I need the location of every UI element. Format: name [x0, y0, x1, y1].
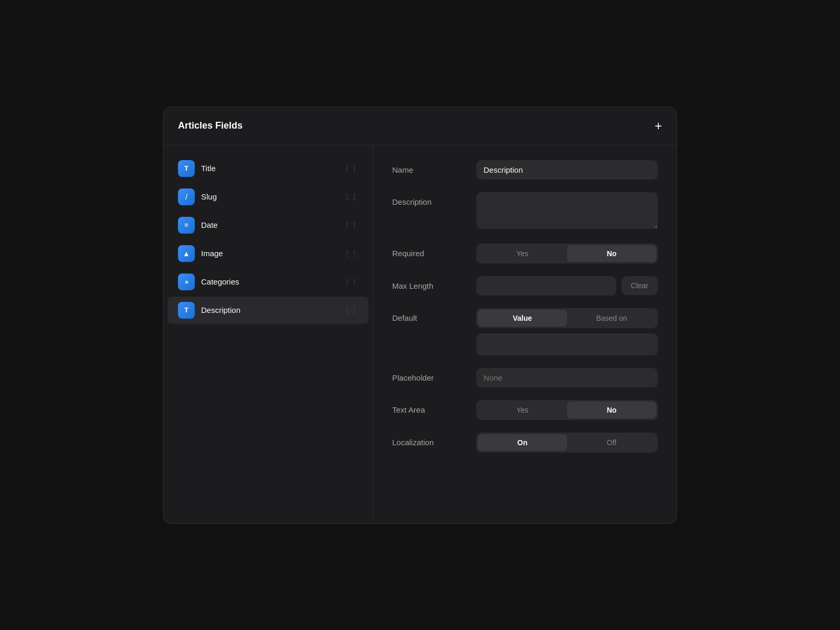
slug-icon: / — [178, 188, 195, 205]
default-label: Default — [392, 308, 476, 322]
sidebar-label-description: Description — [201, 306, 343, 314]
placeholder-input[interactable] — [476, 368, 658, 387]
required-no-button[interactable]: No — [567, 245, 656, 262]
max-length-control: Clear — [476, 276, 658, 296]
drag-handle-title[interactable]: ⋮⋮ — [343, 164, 358, 173]
fields-sidebar: T Title ⋮⋮ / Slug ⋮⋮ ≡ Date ⋮⋮ ▲ Image ⋮… — [163, 145, 373, 523]
default-toggle-group: Value Based on — [476, 308, 658, 328]
placeholder-control — [476, 368, 658, 387]
panel-header: Articles Fields + — [163, 107, 677, 145]
sidebar-item-description[interactable]: T Description ⋮⋮ — [167, 297, 369, 324]
max-length-label: Max Length — [392, 276, 476, 290]
sidebar-item-slug[interactable]: / Slug ⋮⋮ — [167, 183, 369, 211]
text-area-no-button[interactable]: No — [567, 402, 656, 418]
sidebar-item-title[interactable]: T Title ⋮⋮ — [167, 155, 369, 182]
required-label: Required — [392, 244, 476, 258]
required-toggle-group: Yes No — [476, 244, 658, 264]
drag-handle-description[interactable]: ⋮⋮ — [343, 306, 358, 314]
drag-handle-categories[interactable]: ⋮⋮ — [343, 278, 358, 286]
categories-icon: » — [178, 274, 195, 290]
form-panel: Name Description Required Yes No — [373, 145, 677, 523]
max-length-input[interactable] — [476, 276, 616, 296]
placeholder-row: Placeholder — [392, 368, 658, 387]
name-input[interactable] — [476, 160, 658, 180]
default-value-input[interactable] — [476, 333, 658, 355]
name-control — [476, 160, 658, 180]
articles-fields-panel: Articles Fields + T Title ⋮⋮ / Slug ⋮⋮ ≡… — [163, 107, 677, 524]
required-yes-button[interactable]: Yes — [478, 245, 567, 262]
sidebar-item-image[interactable]: ▲ Image ⋮⋮ — [167, 240, 369, 267]
sidebar-item-date[interactable]: ≡ Date ⋮⋮ — [167, 212, 369, 239]
drag-handle-slug[interactable]: ⋮⋮ — [343, 193, 358, 201]
text-area-control: Yes No — [476, 400, 658, 420]
required-row: Required Yes No — [392, 244, 658, 264]
description-control — [476, 192, 658, 231]
clear-button[interactable]: Clear — [622, 276, 658, 295]
drag-handle-date[interactable]: ⋮⋮ — [343, 221, 358, 229]
description-label: Description — [392, 192, 476, 206]
text-area-row: Text Area Yes No — [392, 400, 658, 420]
default-row: Default Value Based on — [392, 308, 658, 355]
localization-on-button[interactable]: On — [478, 434, 567, 451]
add-field-button[interactable]: + — [655, 120, 662, 132]
max-length-row: Max Length Clear — [392, 276, 658, 296]
required-control: Yes No — [476, 244, 658, 264]
date-icon: ≡ — [178, 217, 195, 234]
localization-control: On Off — [476, 433, 658, 453]
default-value-button[interactable]: Value — [478, 310, 567, 327]
sidebar-label-date: Date — [201, 220, 343, 229]
sidebar-label-title: Title — [201, 164, 343, 173]
panel-body: T Title ⋮⋮ / Slug ⋮⋮ ≡ Date ⋮⋮ ▲ Image ⋮… — [163, 145, 677, 523]
panel-title: Articles Fields — [178, 120, 243, 131]
description-icon: T — [178, 302, 195, 319]
placeholder-label: Placeholder — [392, 368, 476, 382]
title-icon: T — [178, 160, 195, 177]
text-area-yes-button[interactable]: Yes — [478, 402, 567, 418]
default-control: Value Based on — [476, 308, 658, 355]
sidebar-label-image: Image — [201, 249, 343, 258]
text-area-toggle-group: Yes No — [476, 400, 658, 420]
localization-toggle-group: On Off — [476, 433, 658, 453]
localization-label: Localization — [392, 433, 476, 447]
default-basedon-button[interactable]: Based on — [567, 310, 656, 327]
sidebar-label-slug: Slug — [201, 192, 343, 201]
text-area-label: Text Area — [392, 400, 476, 414]
description-textarea[interactable] — [476, 192, 658, 229]
image-icon: ▲ — [178, 245, 195, 262]
name-row: Name — [392, 160, 658, 180]
sidebar-item-categories[interactable]: » Categories ⋮⋮ — [167, 268, 369, 296]
description-row: Description — [392, 192, 658, 231]
localization-off-button[interactable]: Off — [567, 434, 656, 451]
drag-handle-image[interactable]: ⋮⋮ — [343, 249, 358, 258]
name-label: Name — [392, 160, 476, 174]
localization-row: Localization On Off — [392, 433, 658, 453]
sidebar-label-categories: Categories — [201, 277, 343, 286]
